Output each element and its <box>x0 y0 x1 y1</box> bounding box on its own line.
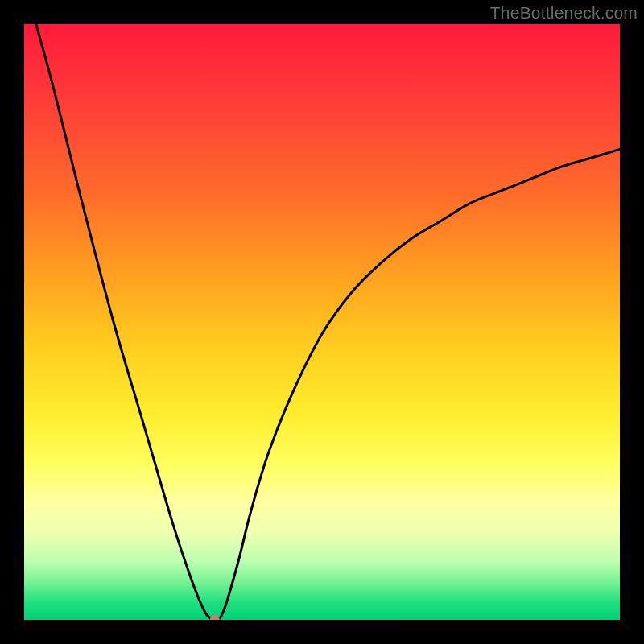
watermark-text: TheBottleneck.com <box>490 3 638 23</box>
chart-frame: TheBottleneck.com <box>0 0 644 644</box>
plot-background <box>24 24 620 620</box>
